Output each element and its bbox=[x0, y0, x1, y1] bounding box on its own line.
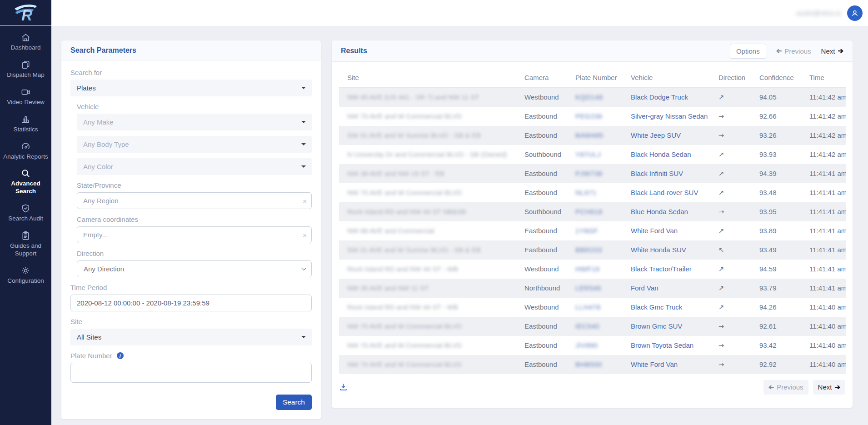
plate-cell[interactable]: PCH618 bbox=[567, 202, 623, 221]
color-select[interactable]: Any Color bbox=[77, 158, 312, 175]
sidebar-item-analytic-reports[interactable]: Analytic Reports bbox=[0, 141, 51, 161]
direction-arrow-icon: ↗ bbox=[718, 284, 724, 292]
plate-cell[interactable]: NL671 bbox=[567, 183, 623, 202]
vehicle-cell[interactable]: Black Tractor/Trailer bbox=[623, 260, 710, 279]
clear-icon[interactable]: × bbox=[303, 196, 307, 206]
table-row[interactable]: Rock Island RD and NW 44 ST - WB Westbou… bbox=[339, 298, 846, 317]
direction-arrow-icon: ↗ bbox=[717, 321, 726, 331]
vehicle-cell[interactable]: Brown Toyota Sedan bbox=[623, 336, 710, 355]
user-avatar[interactable] bbox=[847, 5, 863, 21]
sidebar-item-label: Dashboard bbox=[10, 44, 40, 51]
vehicle-cell[interactable]: Black Land-rover SUV bbox=[623, 183, 710, 202]
chevron-down-icon bbox=[301, 266, 306, 270]
vehicle-cell[interactable]: White Honda SUV bbox=[623, 240, 710, 260]
search-parameters-header: Search Parameters bbox=[61, 40, 321, 60]
vehicle-cell[interactable]: Black Honda Sedan bbox=[623, 145, 710, 164]
vehicle-cell[interactable]: Brown Gmc SUV bbox=[623, 317, 710, 336]
search-for-select[interactable]: Plates bbox=[70, 80, 312, 96]
plate-cell[interactable]: HWF19 bbox=[567, 260, 623, 279]
vehicle-cell[interactable]: Ford Van bbox=[623, 279, 710, 298]
confidence-cell: 94.26 bbox=[751, 298, 801, 317]
camera-cell: Eastbound bbox=[516, 336, 567, 355]
sidebar-item-search-audit[interactable]: Search Audit bbox=[0, 203, 51, 223]
state-province-input[interactable] bbox=[77, 193, 311, 209]
camera-cell: Eastbound bbox=[516, 183, 567, 202]
plate-cell[interactable]: PJW738 bbox=[567, 164, 623, 183]
previous-button-bottom[interactable]: ➔ Previous bbox=[763, 380, 808, 395]
table-row[interactable]: SW 31 AVE and W Sunrise BLVD - SB & EB E… bbox=[339, 126, 846, 145]
next-button[interactable]: Next ➔ bbox=[821, 47, 843, 55]
sidebar-item-video-review[interactable]: Video Review bbox=[0, 87, 51, 106]
app-logo[interactable]: R bbox=[0, 0, 51, 26]
table-row[interactable]: NW 40 AVE (US 441 - SR 7) and NW 11 ST W… bbox=[339, 88, 846, 107]
site-cell: NW 70 AVE and W Commercial BLVD bbox=[339, 355, 516, 374]
home-icon bbox=[20, 32, 31, 43]
plate-cell[interactable]: 1Y8GF bbox=[567, 221, 623, 240]
table-row[interactable]: N University Dr and Commercial BLVD - SB… bbox=[339, 145, 846, 164]
sidebar-item-configuration[interactable]: Configuration bbox=[0, 265, 51, 285]
vehicle-cell[interactable]: Black Dodge Truck bbox=[623, 88, 710, 107]
clear-icon[interactable]: × bbox=[303, 230, 307, 240]
table-row[interactable]: NW 70 AVE and W Commercial BLVD Eastboun… bbox=[339, 183, 846, 202]
plate-cell[interactable]: BAW485 bbox=[567, 126, 623, 145]
search-button[interactable]: Search bbox=[276, 395, 312, 410]
table-row[interactable]: Rock Island RD and NW 44 ST - WB Westbou… bbox=[339, 260, 846, 279]
time-cell: 11:41:42 am bbox=[801, 88, 846, 107]
plate-number-input[interactable] bbox=[71, 363, 311, 382]
gear-icon bbox=[20, 265, 31, 276]
table-row[interactable]: NW 70 AVE and W Commercial BLVD Eastboun… bbox=[339, 336, 846, 355]
options-button[interactable]: Options bbox=[730, 44, 766, 59]
table-row[interactable]: Rock Island RD and NW 44 ST NB&SB Southb… bbox=[339, 202, 846, 221]
previous-button[interactable]: ➔ Previous bbox=[776, 47, 811, 55]
site-select[interactable]: All Sites bbox=[70, 329, 312, 345]
table-row[interactable]: SW 31 AVE and W Sunrise BLVD - SB & EB E… bbox=[339, 240, 846, 260]
plate-cell[interactable]: LLH478 bbox=[567, 298, 623, 317]
table-row[interactable]: NW 70 AVE and W Commercial BLVD Eastboun… bbox=[339, 107, 846, 126]
time-cell: 11:41:41 am bbox=[801, 260, 846, 279]
vehicle-cell[interactable]: Silver-gray Nissan Sedan bbox=[623, 107, 710, 126]
confidence-cell: 94.05 bbox=[751, 88, 801, 107]
vehicle-cell[interactable]: White Ford Van bbox=[623, 221, 710, 240]
body-type-select[interactable]: Any Body Type bbox=[77, 136, 312, 153]
direction-select[interactable]: Any Direction bbox=[77, 260, 312, 277]
camera-cell: Eastbound bbox=[516, 221, 567, 240]
vehicle-cell[interactable]: Black Infiniti SUV bbox=[623, 164, 710, 183]
plate-cell[interactable]: KQD148 bbox=[567, 88, 623, 107]
make-select[interactable]: Any Make bbox=[77, 114, 312, 130]
sidebar-item-dispatch-map[interactable]: Dispatch Map bbox=[0, 60, 51, 79]
vehicle-cell[interactable]: Blue Honda Sedan bbox=[623, 202, 710, 221]
camera-coordinates-input[interactable] bbox=[77, 227, 311, 243]
plate-cell[interactable]: LER546 bbox=[567, 279, 623, 298]
plate-cell[interactable]: IEC540 bbox=[567, 317, 623, 336]
table-row[interactable]: NW 38 AVE and NW 19 ST - EB Eastbound PJ… bbox=[339, 164, 846, 183]
direction-arrow-icon: ↗ bbox=[718, 170, 724, 178]
table-row[interactable]: NW 70 AVE and W Commercial BLVD Eastboun… bbox=[339, 355, 846, 374]
sidebar-item-statistics[interactable]: Statistics bbox=[0, 114, 51, 134]
sidebar-item-advanced-search[interactable]: Advanced Search bbox=[0, 168, 51, 195]
time-cell: 11:41:42 am bbox=[801, 126, 846, 145]
info-icon[interactable]: i bbox=[117, 352, 124, 359]
plate-cell[interactable]: PEG236 bbox=[567, 107, 623, 126]
camera-cell: Eastbound bbox=[516, 164, 567, 183]
plate-cell[interactable]: BBR203 bbox=[567, 240, 623, 260]
direction-cell: ↗ bbox=[710, 145, 751, 164]
confidence-cell: 93.42 bbox=[751, 336, 801, 355]
plate-cell[interactable]: Y87ULJ bbox=[567, 145, 623, 164]
download-icon[interactable] bbox=[339, 383, 348, 391]
direction-arrow-icon: ↗ bbox=[718, 189, 724, 197]
plate-cell[interactable]: JIV890 bbox=[567, 336, 623, 355]
time-period-input[interactable] bbox=[71, 295, 311, 311]
next-button-bottom[interactable]: Next ➔ bbox=[813, 380, 845, 395]
vehicle-cell[interactable]: White Jeep SUV bbox=[623, 126, 710, 145]
vehicle-cell[interactable]: White Ford Van bbox=[623, 355, 710, 374]
sidebar-item-dashboard[interactable]: Dashboard bbox=[0, 32, 51, 52]
table-row[interactable]: NW 88 AVE and Commercial Eastbound 1Y8GF… bbox=[339, 221, 846, 240]
table-header-row: SiteCameraPlate NumberVehicleDirectionCo… bbox=[339, 69, 846, 88]
plate-cell[interactable]: BHB500 bbox=[567, 355, 623, 374]
confidence-cell: 92.92 bbox=[751, 355, 801, 374]
table-row[interactable]: NW 35 AVE and NW 11 ST Northbound LER546… bbox=[339, 279, 846, 298]
table-row[interactable]: NW 70 AVE and W Commercial BLVD Eastboun… bbox=[339, 317, 846, 336]
vehicle-cell[interactable]: Black Gmc Truck bbox=[623, 298, 710, 317]
video-camera-icon bbox=[20, 87, 31, 97]
sidebar-item-guides-support[interactable]: Guides and Support bbox=[0, 230, 51, 258]
